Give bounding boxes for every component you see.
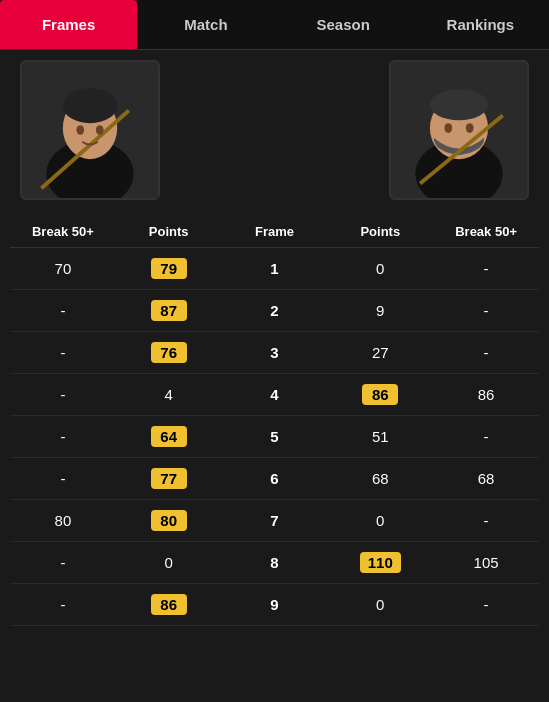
frame-number-cell: 6: [222, 468, 328, 489]
frame-number-cell: 7: [222, 510, 328, 531]
break50-right-cell: -: [433, 258, 539, 279]
player-left-photo: [20, 60, 160, 200]
svg-point-12: [444, 123, 452, 133]
break50-left-cell: -: [10, 300, 116, 321]
header-frame: Frame: [222, 224, 328, 239]
points-right-cell: 27: [327, 342, 433, 363]
table-row: -8729-: [10, 290, 539, 332]
points-right-cell: 68: [327, 468, 433, 489]
points-left-cell: 86: [116, 594, 222, 615]
table-row: -448686: [10, 374, 539, 416]
table-row: -76327-: [10, 332, 539, 374]
tab-match[interactable]: Match: [137, 0, 274, 49]
stats-table: Break 50+ Points Frame Points Break 50+ …: [0, 216, 549, 626]
players-section: [0, 50, 549, 200]
break50-right-cell: 68: [433, 468, 539, 489]
break50-right-cell: 105: [433, 552, 539, 573]
table-row: -08110105: [10, 542, 539, 584]
points-right-cell: 0: [327, 510, 433, 531]
frame-number-cell: 5: [222, 426, 328, 447]
frame-number-cell: 3: [222, 342, 328, 363]
break50-left-cell: 80: [10, 510, 116, 531]
header-points-right: Points: [327, 224, 433, 239]
break50-left-cell: -: [10, 594, 116, 615]
break50-right-cell: -: [433, 426, 539, 447]
break50-right-cell: -: [433, 510, 539, 531]
break50-left-cell: -: [10, 552, 116, 573]
frame-number-cell: 1: [222, 258, 328, 279]
points-left-cell: 64: [116, 426, 222, 447]
frame-number-cell: 4: [222, 384, 328, 405]
table-row: -8690-: [10, 584, 539, 626]
tab-season[interactable]: Season: [275, 0, 412, 49]
points-right-cell: 51: [327, 426, 433, 447]
points-right-cell: 86: [327, 384, 433, 405]
table-row: -64551-: [10, 416, 539, 458]
header-points-left: Points: [116, 224, 222, 239]
points-left-cell: 87: [116, 300, 222, 321]
player-right-photo: [389, 60, 529, 200]
break50-left-cell: -: [10, 384, 116, 405]
points-right-cell: 110: [327, 552, 433, 573]
break50-right-cell: -: [433, 594, 539, 615]
points-right-cell: 0: [327, 594, 433, 615]
tab-frames[interactable]: Frames: [0, 0, 137, 49]
break50-right-cell: -: [433, 300, 539, 321]
points-left-cell: 4: [116, 384, 222, 405]
header-break50-left: Break 50+: [10, 224, 116, 239]
stats-header: Break 50+ Points Frame Points Break 50+: [10, 216, 539, 248]
break50-right-cell: 86: [433, 384, 539, 405]
svg-point-3: [63, 88, 117, 123]
table-row: 707910-: [10, 248, 539, 290]
frame-number-cell: 8: [222, 552, 328, 573]
table-row: -7766868: [10, 458, 539, 500]
svg-point-6: [96, 125, 104, 135]
rows-container: 707910--8729--76327--448686-64551--77668…: [10, 248, 539, 626]
table-row: 808070-: [10, 500, 539, 542]
points-right-cell: 9: [327, 300, 433, 321]
frame-number-cell: 9: [222, 594, 328, 615]
svg-point-13: [466, 123, 474, 133]
points-left-cell: 79: [116, 258, 222, 279]
break50-left-cell: -: [10, 468, 116, 489]
svg-point-10: [430, 89, 488, 120]
break50-left-cell: -: [10, 426, 116, 447]
points-right-cell: 0: [327, 258, 433, 279]
svg-point-5: [76, 125, 84, 135]
points-left-cell: 76: [116, 342, 222, 363]
frame-number-cell: 2: [222, 300, 328, 321]
break50-left-cell: -: [10, 342, 116, 363]
points-left-cell: 0: [116, 552, 222, 573]
points-left-cell: 80: [116, 510, 222, 531]
tab-bar: Frames Match Season Rankings: [0, 0, 549, 50]
tab-rankings[interactable]: Rankings: [412, 0, 549, 49]
header-break50-right: Break 50+: [433, 224, 539, 239]
points-left-cell: 77: [116, 468, 222, 489]
break50-right-cell: -: [433, 342, 539, 363]
break50-left-cell: 70: [10, 258, 116, 279]
